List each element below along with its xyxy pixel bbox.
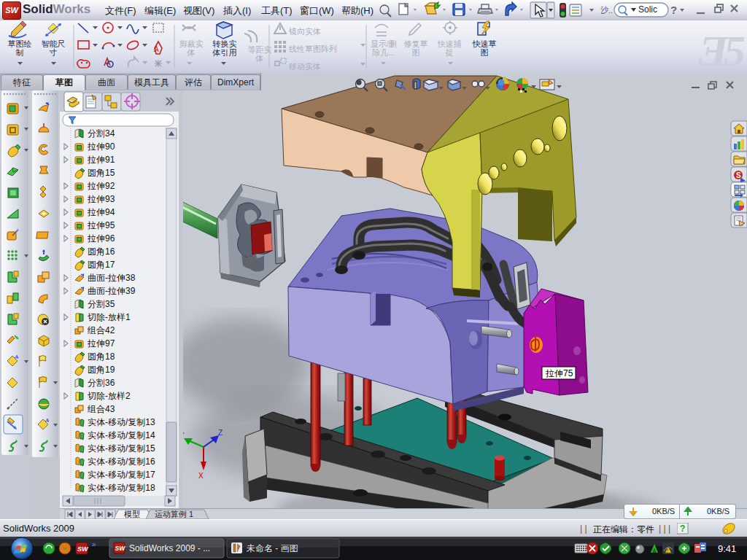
svg-text:拉伸92: 拉伸92 — [87, 181, 115, 191]
svg-text:实体-移动/复制13: 实体-移动/复制13 — [88, 417, 155, 427]
svg-text:拉伸93: 拉伸93 — [87, 194, 115, 204]
svg-text:Z: Z — [218, 429, 222, 437]
svg-text:圆角17: 圆角17 — [88, 260, 115, 270]
svg-text:X: X — [198, 472, 204, 480]
svg-text:拉伸95: 拉伸95 — [87, 220, 115, 230]
svg-text:圆角16: 圆角16 — [88, 246, 115, 257]
svg-text:切除-放样2: 切除-放样2 — [87, 391, 131, 401]
svg-text:»: » — [92, 540, 96, 548]
svg-text:A: A — [154, 45, 159, 53]
svg-text:SolidWorks 2009 - ...: SolidWorks 2009 - ... — [129, 543, 210, 553]
svg-text:?: ? — [680, 524, 685, 534]
svg-text:拉伸97: 拉伸97 — [87, 338, 115, 349]
svg-text:实体-移动/复制14: 实体-移动/复制14 — [88, 430, 155, 440]
svg-text:拉伸91: 拉伸91 — [87, 155, 115, 165]
svg-text:拉伸94: 拉伸94 — [87, 207, 115, 217]
svg-text:拉伸90: 拉伸90 — [87, 141, 115, 152]
svg-text:实体-移动/复制15: 实体-移动/复制15 — [88, 443, 155, 454]
svg-text:沙..: 沙.. — [600, 6, 613, 15]
svg-text:曲面-拉伸38: 曲面-拉伸38 — [88, 273, 136, 283]
svg-text:实体-移动/复制18: 实体-移动/复制18 — [88, 483, 155, 493]
svg-text:圆角19: 圆角19 — [88, 365, 115, 375]
svg-text:模型: 模型 — [124, 510, 140, 518]
svg-text:拉伸75: 拉伸75 — [545, 368, 573, 378]
svg-text:分割36: 分割36 — [88, 378, 115, 388]
svg-text:SW: SW — [77, 545, 89, 553]
svg-text:未命名 - 画图: 未命名 - 画图 — [247, 543, 298, 553]
svg-text:圆角18: 圆角18 — [88, 351, 115, 362]
svg-text:曲面-拉伸39: 曲面-拉伸39 — [88, 286, 136, 296]
svg-text:9:41: 9:41 — [718, 543, 736, 554]
svg-text:分割35: 分割35 — [88, 299, 115, 309]
svg-text:圆角15: 圆角15 — [88, 168, 115, 178]
svg-text:实体-移动/复制16: 实体-移动/复制16 — [88, 456, 155, 467]
svg-text:Solic: Solic — [638, 4, 657, 15]
svg-text:拉伸96: 拉伸96 — [87, 233, 115, 244]
svg-text:实体-移动/复制17: 实体-移动/复制17 — [88, 470, 155, 480]
svg-text:?: ? — [670, 4, 677, 16]
svg-text:运动算例 1: 运动算例 1 — [155, 510, 193, 518]
svg-text:S: S — [736, 171, 741, 179]
svg-text:组合42: 组合42 — [87, 325, 115, 335]
svg-text:SW: SW — [115, 545, 126, 552]
svg-text:切除-放样1: 切除-放样1 — [87, 312, 131, 322]
svg-text:分割34: 分割34 — [88, 128, 115, 139]
svg-text:组合43: 组合43 — [87, 404, 115, 414]
